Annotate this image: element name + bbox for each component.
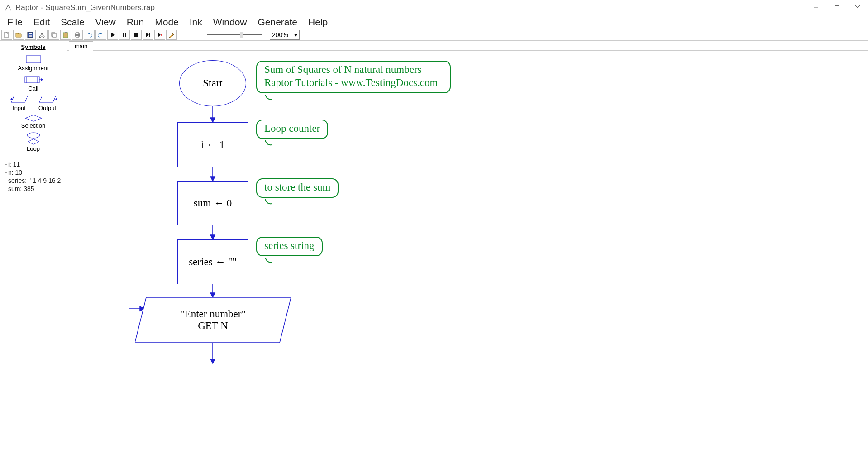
svg-rect-26 — [149, 33, 150, 37]
assign-series-node[interactable]: series ← "" — [177, 239, 248, 284]
speed-slider[interactable] — [207, 30, 262, 39]
assignment-label: Assignment — [18, 65, 49, 72]
loop-label: Loop — [27, 145, 40, 152]
assign-series-text: series ← "" — [189, 256, 237, 268]
minimize-button[interactable] — [806, 0, 826, 15]
chevron-down-icon: ▾ — [292, 31, 297, 38]
menu-scale[interactable]: Scale — [55, 16, 90, 29]
zoom-value: 200% — [272, 31, 288, 38]
menu-bar: File Edit Scale View Run Mode Ink Window… — [0, 15, 868, 29]
symbols-panel: Symbols Assignment Call — [0, 41, 67, 158]
menu-view[interactable]: View — [90, 16, 121, 29]
svg-rect-7 — [29, 35, 32, 37]
tab-main[interactable]: main — [69, 41, 93, 51]
symbols-header: Symbols — [21, 43, 45, 50]
input-n-node[interactable]: "Enter number" GET N — [135, 297, 291, 343]
comment-title[interactable]: Sum of Squares of N natural numbers Rapt… — [256, 61, 451, 93]
svg-marker-40 — [56, 98, 57, 100]
zoom-select[interactable]: 200% ▾ — [270, 30, 300, 40]
svg-marker-48 — [210, 177, 215, 181]
menu-file[interactable]: File — [2, 16, 28, 29]
step-button[interactable] — [143, 30, 153, 40]
close-button[interactable] — [847, 0, 868, 15]
comment-title-line1: Sum of Squares of N natural numbers — [264, 63, 443, 76]
window-title: Raptor - SquareSum_GivenNumbers.rap — [15, 3, 155, 12]
comment-title-line2: Raptor Tutorials - www.TestingDocs.com — [264, 76, 443, 90]
play-button[interactable] — [107, 30, 118, 40]
app-icon — [5, 4, 12, 11]
input-prompt-text: "Enter number" — [135, 308, 291, 320]
svg-marker-25 — [146, 33, 149, 37]
comment-loop-counter[interactable]: Loop counter — [256, 120, 328, 139]
svg-marker-27 — [158, 33, 161, 37]
svg-marker-35 — [11, 96, 28, 102]
svg-marker-20 — [100, 33, 102, 34]
menu-ink[interactable]: Ink — [184, 16, 208, 29]
output-shape-icon[interactable] — [38, 94, 57, 105]
stop-button[interactable] — [131, 30, 142, 40]
watch-row: series: " 1 4 9 16 2 — [3, 177, 64, 185]
svg-marker-56 — [210, 359, 215, 363]
selection-shape-icon[interactable] — [24, 114, 43, 122]
menu-run[interactable]: Run — [121, 16, 150, 29]
maximize-button[interactable] — [826, 0, 847, 15]
assign-sum-node[interactable]: sum ← 0 — [177, 181, 248, 225]
loop-shape-icon[interactable] — [24, 132, 43, 145]
svg-rect-23 — [125, 33, 126, 37]
svg-point-42 — [27, 133, 40, 138]
svg-marker-43 — [28, 139, 39, 144]
menu-help[interactable]: Help — [303, 16, 333, 29]
cut-button[interactable] — [37, 30, 48, 40]
selection-label: Selection — [21, 122, 45, 129]
menu-edit[interactable]: Edit — [28, 16, 55, 29]
svg-marker-46 — [210, 118, 215, 122]
call-shape-icon[interactable] — [22, 74, 45, 85]
new-button[interactable] — [1, 30, 12, 40]
svg-marker-34 — [41, 78, 43, 81]
input-shape-icon[interactable] — [10, 94, 29, 105]
svg-rect-13 — [53, 33, 56, 37]
menu-window[interactable]: Window — [208, 16, 253, 29]
watch-row: n: 10 — [3, 168, 64, 177]
svg-marker-50 — [210, 235, 215, 239]
input-get-text: GET N — [135, 320, 291, 332]
copy-button[interactable] — [48, 30, 59, 40]
watch-row: i: 11 — [3, 160, 64, 168]
redo-button[interactable] — [95, 30, 106, 40]
open-button[interactable] — [13, 30, 24, 40]
svg-marker-38 — [39, 96, 56, 102]
assignment-shape-icon[interactable] — [24, 54, 43, 65]
assign-i-text: i ← 1 — [201, 139, 224, 151]
svg-rect-24 — [134, 33, 138, 37]
comment-store-sum[interactable]: to store the sum — [256, 178, 339, 198]
print-button[interactable] — [72, 30, 83, 40]
svg-rect-17 — [76, 33, 79, 34]
start-text: Start — [203, 77, 222, 89]
menu-generate[interactable]: Generate — [252, 16, 303, 29]
flowchart-canvas[interactable]: Start Sum of Squares of N natural number… — [67, 51, 868, 459]
svg-marker-19 — [88, 33, 90, 34]
watch-row: sum: 385 — [3, 185, 64, 193]
menu-mode[interactable]: Mode — [149, 16, 184, 29]
undo-button[interactable] — [84, 30, 95, 40]
svg-marker-41 — [25, 115, 42, 121]
input-label: Input — [13, 105, 26, 111]
svg-rect-1 — [835, 6, 839, 10]
call-label: Call — [28, 85, 38, 92]
svg-rect-15 — [65, 32, 67, 33]
toolbar: 200% ▾ — [0, 29, 868, 41]
assign-i-node[interactable]: i ← 1 — [177, 122, 248, 167]
svg-rect-18 — [76, 36, 79, 37]
svg-point-28 — [161, 34, 162, 36]
watch-panel: i: 11 n: 10 series: " 1 4 9 16 2 sum: 38… — [0, 158, 67, 459]
svg-marker-52 — [210, 293, 215, 297]
start-node[interactable]: Start — [179, 60, 246, 106]
ink-button[interactable] — [166, 30, 177, 40]
paste-button[interactable] — [60, 30, 71, 40]
title-bar: Raptor - SquareSum_GivenNumbers.rap — [0, 0, 868, 15]
save-button[interactable] — [25, 30, 36, 40]
svg-rect-30 — [25, 76, 39, 83]
pause-button[interactable] — [119, 30, 130, 40]
comment-series-string[interactable]: series string — [256, 237, 323, 256]
step-over-button[interactable] — [154, 30, 165, 40]
